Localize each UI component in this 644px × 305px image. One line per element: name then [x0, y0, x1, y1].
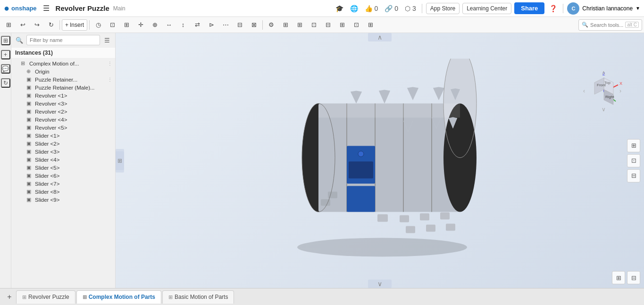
tree-item[interactable]: ▣Slider <4> — [11, 156, 115, 164]
tool-19[interactable]: ⊡ — [350, 18, 363, 32]
tree-item[interactable]: ▣Puzzle Retainer...⋮ — [11, 75, 115, 83]
tool-20[interactable]: ⊞ — [364, 18, 377, 32]
graduate-icon-btn[interactable]: 🎓 — [334, 4, 345, 13]
tree-item[interactable]: ▣Slider <3> — [11, 148, 115, 156]
tool-15[interactable]: ⊞ — [293, 18, 306, 32]
tab-icon: ⊞ — [168, 294, 173, 300]
tool-9[interactable]: ⊳ — [205, 18, 218, 32]
add-tab-button[interactable]: + — [4, 291, 15, 303]
undo-btn[interactable]: ↩ — [16, 18, 29, 32]
comment-icon-btn[interactable]: 💬 — [1, 64, 10, 74]
view-btn-3[interactable]: ⊟ — [627, 169, 640, 182]
tree-item-icon: ⊞ — [21, 60, 27, 66]
filter-input[interactable] — [26, 35, 100, 45]
redo-btn[interactable]: ↪ — [30, 18, 43, 32]
svg-rect-33 — [446, 223, 455, 231]
bottom-mini-tools: ⊞ ⊟ — [612, 271, 640, 284]
nav-top[interactable]: ∧ — [368, 33, 392, 41]
tree-item-action[interactable]: ⋮ — [108, 61, 112, 66]
tool-3[interactable]: ⊞ — [120, 18, 133, 32]
tool-17[interactable]: ⊟ — [321, 18, 335, 32]
nav-bottom[interactable]: ∨ — [368, 280, 392, 288]
bottom-tabs: + ⊞Revolver Puzzle⊞Complex Motion of Par… — [0, 288, 644, 305]
tree-item[interactable]: ▣Revolver <5> — [11, 124, 115, 132]
svg-marker-14 — [379, 90, 390, 103]
tool-12[interactable]: ⊠ — [247, 18, 260, 32]
tree-item-icon: ⊕ — [26, 68, 33, 74]
panel-filter-icon[interactable]: 🔍 — [14, 35, 25, 45]
version-btn[interactable]: ⬡ 3 — [403, 4, 418, 13]
tool-13[interactable]: ⚙ — [265, 18, 278, 32]
doc-branch: Main — [113, 5, 125, 12]
bottom-tab[interactable]: ⊞Revolver Puzzle — [16, 290, 75, 304]
learning-label: Learning Center — [467, 5, 507, 12]
tree-item[interactable]: ▣Puzzle Retainer (Male)... — [11, 83, 115, 91]
link-btn[interactable]: 🔗 0 — [383, 4, 400, 13]
instances-count: Instances (31) — [15, 49, 53, 56]
tool-10[interactable]: ⋯ — [219, 18, 232, 32]
tool-11[interactable]: ⊟ — [233, 18, 246, 32]
bottom-tab[interactable]: ⊞Basic Motion of Parts — [162, 290, 234, 304]
tree-item[interactable]: ▣Slider <5> — [11, 164, 115, 172]
panel-expand-handle[interactable]: ⊞ — [116, 151, 124, 170]
tree-item-label: Slider <4> — [35, 157, 112, 163]
tree-item[interactable]: ▣Slider <7> — [11, 180, 115, 188]
tool-7[interactable]: ↕ — [176, 18, 190, 32]
bottom-tool-2[interactable]: ⊟ — [627, 271, 640, 284]
help-button[interactable]: ❓ — [547, 4, 559, 13]
viewport[interactable]: ‹ ∧ ∨ — [116, 33, 644, 288]
view-btn-1[interactable]: ⊞ — [627, 139, 640, 152]
svg-rect-10 — [347, 186, 375, 212]
tool-18[interactable]: ⊞ — [335, 18, 349, 32]
tree-item-action[interactable]: ⋮ — [108, 77, 112, 82]
tab-icon: ⊞ — [22, 294, 26, 300]
user-dropdown-icon[interactable]: ▼ — [636, 6, 640, 11]
tree-item[interactable]: ▣Slider <2> — [11, 140, 115, 148]
learning-center-button[interactable]: Learning Center — [462, 3, 511, 14]
tree-item[interactable]: ▣Revolver <3> — [11, 99, 115, 107]
parts-icon-btn[interactable]: + — [1, 50, 10, 59]
appstore-button[interactable]: App Store — [426, 3, 460, 14]
tool-5[interactable]: ⊕ — [148, 18, 161, 32]
tree-item-icon: ▣ — [26, 84, 33, 91]
tool-6[interactable]: ↔ — [162, 18, 176, 32]
bottom-tool-1[interactable]: ⊞ — [612, 271, 625, 284]
tree-item-icon: ▣ — [26, 140, 33, 147]
tree-item[interactable]: ▣Slider <1> — [11, 132, 115, 140]
panel-list-icon[interactable]: ☰ — [102, 35, 112, 45]
refresh-btn[interactable]: ↻ — [44, 18, 58, 32]
globe-icon-btn[interactable]: 🌐 — [348, 4, 360, 13]
tree-item[interactable]: ▣Slider <6> — [11, 172, 115, 180]
insert-button[interactable]: + Insert — [62, 19, 87, 31]
tool-1[interactable]: ◷ — [92, 18, 105, 32]
tool-2[interactable]: ⊡ — [106, 18, 119, 32]
topbar: ● onshape ☰ Revolver Puzzle Main 🎓 🌐 👍 0… — [0, 0, 644, 17]
hamburger-menu[interactable]: ☰ — [40, 2, 53, 15]
tree-item[interactable]: ⊞Complex Motion of...⋮ — [11, 59, 115, 67]
share-label: Share — [521, 5, 538, 12]
tool-4[interactable]: ✛ — [134, 18, 147, 32]
tree-item[interactable]: ▣Slider <8> — [11, 188, 115, 196]
tree-item[interactable]: ▣Revolver <4> — [11, 115, 115, 124]
bottom-tab[interactable]: ⊞Complex Motion of Parts — [76, 290, 161, 304]
instances-header: Instances (31) — [11, 48, 115, 58]
tool-8[interactable]: ⇄ — [191, 18, 204, 32]
tool-16[interactable]: ⊡ — [307, 18, 320, 32]
tool-14[interactable]: ⊞ — [279, 18, 292, 32]
logo-text: onshape — [11, 5, 36, 12]
tree-item[interactable]: ⊕Origin — [11, 67, 115, 75]
grid-tool[interactable]: ⊞ — [2, 18, 15, 32]
3d-model — [243, 58, 517, 263]
tree-item[interactable]: ▣Revolver <2> — [11, 107, 115, 115]
svg-rect-27 — [377, 214, 388, 222]
panel-main: 🔍 ☰ Instances (31) ⊞Complex Motion of...… — [11, 33, 115, 288]
assembly-icon-btn[interactable]: ⊞ — [1, 36, 10, 45]
svg-text:∨: ∨ — [602, 106, 606, 113]
view-btn-2[interactable]: ⊡ — [627, 154, 640, 167]
tree-item[interactable]: ▣Slider <9> — [11, 196, 115, 204]
like-btn[interactable]: 👍 0 — [363, 4, 380, 13]
tree-item[interactable]: ▣Revolver <1> — [11, 91, 115, 99]
motion-icon-btn[interactable]: ↻ — [1, 78, 10, 88]
share-button[interactable]: Share — [514, 2, 544, 14]
orientation-cube[interactable]: X Z Front Right Top ‹ › ∧ ∨ — [583, 71, 625, 113]
